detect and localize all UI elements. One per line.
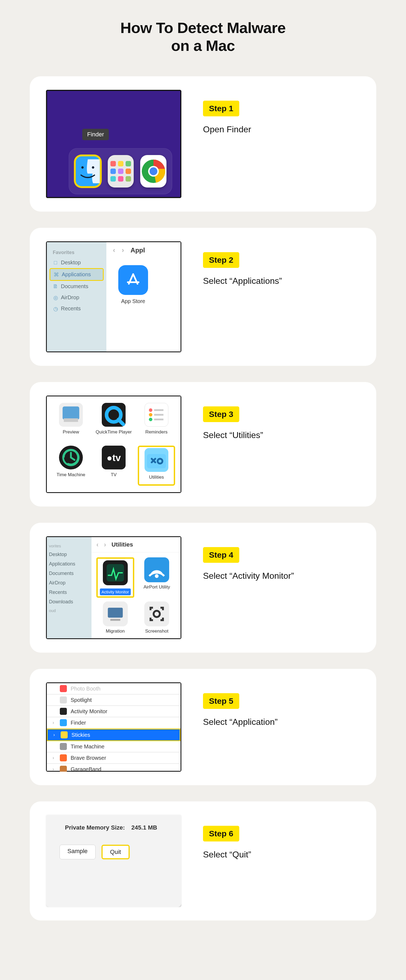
process-icon — [60, 766, 67, 772]
finder-icon[interactable] — [75, 155, 101, 188]
timemachine-app-icon[interactable]: Time Machine — [52, 445, 89, 486]
step-card-5: Photo BoothSpotlightActivity Monitor›Fin… — [30, 669, 376, 785]
process-row-stickies[interactable]: ›Stickies — [47, 729, 180, 741]
svg-point-5 — [150, 167, 157, 175]
svg-point-10 — [149, 413, 152, 417]
process-name: Photo Booth — [71, 686, 100, 692]
chrome-icon[interactable] — [140, 155, 166, 188]
sidebar-item-desktop[interactable]: Desktop — [47, 550, 91, 559]
step-desc-1: Open Finder — [203, 124, 251, 134]
finder-sidebar: vorites DesktopApplicationsDocumentsAirD… — [47, 537, 91, 638]
process-row-spotlight[interactable]: Spotlight — [47, 695, 180, 706]
private-memory-value: 245.1 MB — [131, 824, 157, 831]
sample-button[interactable]: Sample — [59, 845, 96, 859]
nav-forward-icon[interactable]: › — [104, 541, 106, 549]
sidebar-item-label: Desktop — [61, 259, 81, 266]
utilities-folder-icon[interactable]: Utilities — [138, 445, 175, 486]
app-label: Migration — [96, 628, 134, 634]
step-badge-6: Step 6 — [203, 826, 239, 842]
sidebar-item-documents[interactable]: 🗎Documents — [49, 281, 103, 292]
sidebar-item-recents[interactable]: Recents — [47, 588, 91, 597]
process-name: Stickies — [72, 732, 90, 738]
reminders-app-icon[interactable]: Reminders — [138, 403, 175, 443]
app-label: Screenshot — [138, 628, 176, 634]
airport-utility-icon[interactable]: AirPort Utility — [138, 557, 176, 598]
quicktime-app-icon[interactable]: QuickTime Player — [95, 403, 132, 443]
preview-app-icon[interactable]: Preview — [52, 403, 89, 443]
migration-icon[interactable]: Migration — [96, 601, 134, 639]
airdrop-icon: ◎ — [53, 295, 58, 300]
sidebar-favorites-header: Favorites — [49, 247, 103, 257]
app-store-item[interactable]: App Store — [113, 265, 153, 304]
finder-toolbar: ‹ › Utilities — [91, 537, 180, 552]
process-name: Activity Monitor — [71, 708, 107, 714]
launchpad-icon[interactable] — [108, 155, 134, 188]
page-title: How To Detect Malware on a Mac — [30, 19, 376, 55]
nav-back-icon[interactable]: ‹ — [113, 246, 115, 255]
process-icon — [60, 685, 67, 692]
process-row-time-machine[interactable]: Time Machine — [47, 741, 180, 752]
sidebar-item-airdrop[interactable]: AirDrop — [47, 578, 91, 588]
process-icon — [60, 754, 67, 761]
svg-rect-7 — [64, 418, 78, 422]
sidebar-item-label: Documents — [61, 283, 88, 290]
sidebar-item-desktop[interactable]: □Desktop — [49, 257, 103, 268]
process-icon — [60, 743, 67, 750]
screenshot-icon[interactable]: Screenshot — [138, 601, 176, 639]
app-label: Time Machine — [52, 472, 89, 477]
activity-monitor-icon[interactable]: Activity Monitor — [96, 557, 134, 598]
nav-back-icon[interactable]: ‹ — [96, 541, 99, 549]
svg-point-1 — [81, 166, 84, 169]
svg-point-20 — [155, 574, 159, 578]
sidebar-item-documents[interactable]: Documents — [47, 569, 91, 578]
step-badge-3: Step 3 — [203, 406, 239, 422]
sidebar-item-applications[interactable]: ⌘Applications — [49, 268, 103, 281]
process-icon — [61, 731, 68, 738]
step-desc-5: Select “Application” — [203, 717, 278, 727]
step-badge-5: Step 5 — [203, 693, 239, 709]
process-row-activity-monitor[interactable]: Activity Monitor — [47, 706, 180, 717]
title-line-2: on a Mac — [171, 37, 235, 54]
screenshot-step-2: Favorites □Desktop⌘Applications🗎Document… — [46, 241, 182, 352]
documents-icon: 🗎 — [53, 284, 58, 289]
screenshot-step-1: Finder — [46, 90, 182, 198]
step-card-1: Finder Step 1 Open Finder — [30, 76, 376, 212]
process-row-brave-browser[interactable]: ›Brave Browser — [47, 752, 180, 764]
sidebar-item-airdrop[interactable]: ◎AirDrop — [49, 292, 103, 303]
screenshot-step-6: Private Memory Size: 245.1 MB Sample Qui… — [46, 815, 182, 907]
app-label: Preview — [52, 430, 89, 435]
step-badge-2: Step 2 — [203, 252, 239, 268]
mac-dock — [69, 148, 172, 194]
app-label: Activity Monitor — [100, 589, 131, 595]
step-desc-2: Select “Applications” — [203, 276, 282, 286]
svg-point-2 — [92, 166, 94, 169]
app-label: QuickTime Player — [95, 430, 132, 435]
sidebar-item-applications[interactable]: Applications — [47, 559, 91, 569]
process-name: Finder — [71, 720, 86, 726]
finder-toolbar: ‹ › Appl — [113, 246, 174, 255]
sidebar-item-recents[interactable]: ◷Recents — [49, 303, 103, 314]
screenshot-step-3: PreviewQuickTime PlayerRemindersTime Mac… — [46, 396, 182, 493]
nav-forward-icon[interactable]: › — [122, 246, 124, 255]
process-row-photo-booth[interactable]: Photo Booth — [47, 683, 180, 695]
process-row-finder[interactable]: ›Finder — [47, 717, 180, 729]
sidebar-header-fav: vorites — [47, 542, 91, 550]
recents-icon: ◷ — [53, 306, 58, 312]
svg-rect-21 — [108, 608, 123, 618]
process-name: GarageBand — [71, 766, 101, 772]
disclosure-icon: › — [51, 720, 56, 725]
step-card-6: Private Memory Size: 245.1 MB Sample Qui… — [30, 802, 376, 921]
step-badge-4: Step 4 — [203, 547, 239, 563]
sidebar-item-downloads[interactable]: Downloads — [47, 597, 91, 607]
app-store-icon — [118, 265, 148, 295]
process-name: Time Machine — [71, 743, 105, 750]
title-line-1: How To Detect Malware — [121, 19, 286, 36]
step-badge-1: Step 1 — [203, 101, 239, 116]
tv-app-icon[interactable]: ●tvTV — [95, 445, 132, 486]
app-label: Reminders — [138, 430, 175, 435]
step-card-3: PreviewQuickTime PlayerRemindersTime Mac… — [30, 382, 376, 506]
breadcrumb: Appl — [131, 247, 145, 254]
quit-button[interactable]: Quit — [102, 845, 130, 859]
process-row-garageband[interactable]: ›GarageBand — [47, 764, 180, 772]
private-memory-label: Private Memory Size: — [65, 824, 125, 831]
